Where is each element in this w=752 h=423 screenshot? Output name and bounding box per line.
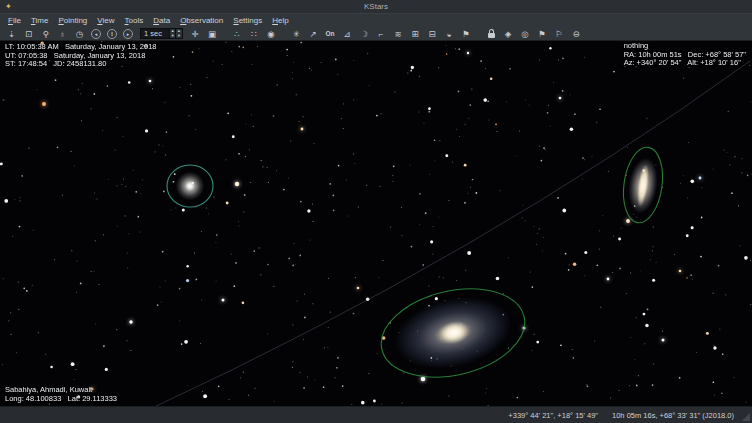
fov-symbol-icon[interactable]: ⊖ bbox=[569, 28, 584, 40]
satellite-track-line bbox=[150, 61, 750, 406]
menu-bar: FileTimePointingViewToolsDataObservation… bbox=[0, 13, 752, 27]
toggle-supernovae-icon[interactable]: ✳ bbox=[289, 28, 304, 40]
center-telescope-icon[interactable]: ◎ bbox=[518, 28, 533, 40]
toggle-ground-icon[interactable]: ◒ bbox=[442, 28, 457, 40]
info-line: ST: 17:48:54 JD: 2458131.80 bbox=[5, 60, 157, 69]
find-object-icon[interactable]: ⚲ bbox=[38, 28, 53, 40]
open-fits-icon[interactable]: ⊡ bbox=[21, 28, 36, 40]
m81-highlight-ellipse bbox=[372, 276, 533, 391]
toggle-milky-way-icon[interactable]: ≋ bbox=[391, 28, 406, 40]
sky-markers-overlay bbox=[0, 41, 752, 406]
focus-info-box[interactable]: nothingRA: 10h 00m 51s Dec: +68° 58' 57"… bbox=[624, 42, 746, 68]
title-bar: ✦ KStars bbox=[0, 0, 752, 13]
kstars-window: ✦ KStars FileTimePointingViewToolsDataOb… bbox=[0, 0, 752, 423]
main-toolbar: ⇣⊡⚲♁◷◂‖▸ 1 sec ▴ ▾ ▴ ▾ ✛▣∴∷◉✳↗On⊿☽⌐≋⊞⊟◒⚑… bbox=[0, 27, 752, 41]
download-new-data-icon[interactable]: ⇣ bbox=[4, 28, 19, 40]
toggle-stars-icon[interactable]: ∴ bbox=[230, 28, 245, 40]
padlock-glyph bbox=[488, 33, 495, 38]
timestep-value[interactable]: 1 sec bbox=[141, 29, 169, 38]
m82-highlight-ellipse bbox=[619, 145, 667, 226]
info-line: Long: 48.100833 Lat: 29.113333 bbox=[5, 395, 117, 404]
step-forward-icon[interactable]: ▸ bbox=[123, 29, 133, 39]
resize-grip[interactable] bbox=[742, 413, 750, 421]
menu-tools[interactable]: Tools bbox=[120, 16, 149, 25]
focus-position-icon[interactable]: ✛ bbox=[188, 28, 203, 40]
status-equatorial-coords: 10h 05m 16s, +68° 33' 31" (J2018.0) bbox=[612, 411, 734, 420]
window-title: KStars bbox=[364, 2, 388, 11]
lock-position-icon[interactable] bbox=[484, 28, 499, 40]
small-galaxy-highlight-ellipse bbox=[167, 165, 213, 207]
sky-map[interactable]: LT: 10:05:38 AM Saturday, January 13, 20… bbox=[0, 41, 752, 406]
time-toolbar-group: ⇣⊡⚲♁◷◂‖▸ bbox=[3, 28, 136, 40]
toggle-deep-sky-objects-icon[interactable]: ∷ bbox=[247, 28, 262, 40]
status-coordinates: +339° 44' 21", +18° 15' 49" 10h 05m 16s,… bbox=[508, 411, 734, 420]
stepper-down-icon[interactable]: ▾ bbox=[172, 34, 174, 39]
stepper-down-icon[interactable]: ▾ bbox=[178, 34, 180, 39]
menu-settings[interactable]: Settings bbox=[228, 16, 267, 25]
set-time-icon[interactable]: ◷ bbox=[72, 28, 87, 40]
timestep-unit-stepper[interactable]: ▴ ▾ bbox=[175, 29, 181, 38]
view-toolbar-group: ✛▣∴∷◉✳↗On⊿☽⌐≋⊞⊟◒⚑◈◎⚑⚐⊖ bbox=[187, 28, 585, 40]
toggle-constellation-art-icon[interactable]: ☽ bbox=[357, 28, 372, 40]
menu-file[interactable]: File bbox=[3, 16, 26, 25]
menu-help[interactable]: Help bbox=[267, 16, 293, 25]
toggle-equatorial-grid-icon[interactable]: ⊞ bbox=[408, 28, 423, 40]
remove-flag-icon[interactable]: ⚐ bbox=[552, 28, 567, 40]
set-geographic-location-icon[interactable]: ♁ bbox=[55, 28, 70, 40]
toggle-constellation-boundaries-icon[interactable]: ⌐ bbox=[374, 28, 389, 40]
toggle-horizontal-grid-icon[interactable]: ⊟ bbox=[425, 28, 440, 40]
time-info-box[interactable]: LT: 10:05:38 AM Saturday, January 13, 20… bbox=[5, 43, 157, 69]
toggle-satellites-icon[interactable]: ↗ bbox=[306, 28, 321, 40]
info-line: Az: +340° 20' 54" Alt: +18° 10' 16" bbox=[624, 59, 746, 68]
kstars-app-icon: ✦ bbox=[5, 2, 12, 11]
menu-observation[interactable]: Observation bbox=[175, 16, 228, 25]
location-info-box[interactable]: Sabahiya, Ahmadi, KuwaitLong: 48.100833 … bbox=[5, 386, 117, 403]
toggle-flags-icon[interactable]: ⚑ bbox=[459, 28, 474, 40]
toggle-constellation-names-icon[interactable]: On bbox=[323, 28, 338, 40]
timestep-spinbox[interactable]: 1 sec ▴ ▾ ▴ ▾ bbox=[140, 28, 183, 39]
menu-view[interactable]: View bbox=[92, 16, 119, 25]
simulate-eyepiece-icon[interactable]: ◈ bbox=[501, 28, 516, 40]
toggle-constellation-lines-icon[interactable]: ⊿ bbox=[340, 28, 355, 40]
status-horizontal-coords: +339° 44' 21", +18° 15' 49" bbox=[508, 411, 598, 420]
toggle-solar-system-icon[interactable]: ◉ bbox=[264, 28, 279, 40]
menu-data[interactable]: Data bbox=[148, 16, 175, 25]
capture-sky-image-icon[interactable]: ▣ bbox=[205, 28, 220, 40]
menu-pointing[interactable]: Pointing bbox=[53, 16, 92, 25]
menu-time[interactable]: Time bbox=[26, 16, 53, 25]
add-flag-icon[interactable]: ⚑ bbox=[535, 28, 550, 40]
start-stop-clock-icon[interactable]: ‖ bbox=[107, 29, 117, 39]
status-bar: +339° 44' 21", +18° 15' 49" 10h 05m 16s,… bbox=[0, 406, 752, 423]
step-backward-icon[interactable]: ◂ bbox=[91, 29, 101, 39]
